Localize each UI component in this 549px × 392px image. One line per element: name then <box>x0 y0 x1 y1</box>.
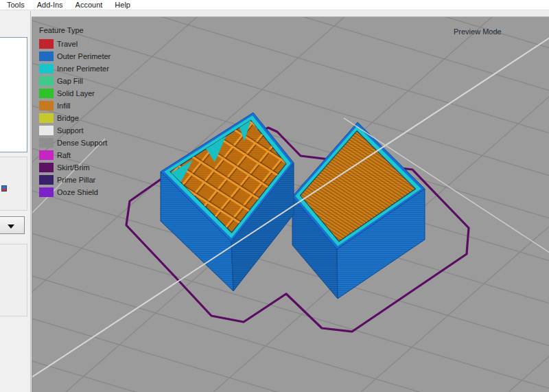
legend-item-prime-pillar: Prime Pillar <box>39 174 110 186</box>
legend-item-gap-fill: Gap Fill <box>39 75 110 87</box>
menu-item-help[interactable]: Help <box>115 0 130 10</box>
model-listbox[interactable] <box>0 37 27 152</box>
feature-type-legend: Feature Type TravelOuter PerimeterInner … <box>39 26 110 198</box>
legend-item-label: Raft <box>57 151 71 159</box>
legend-item-bridge: Bridge <box>39 112 110 124</box>
legend-item-dense-support: Dense Support <box>39 137 110 149</box>
legend-item-label: Ooze Shield <box>57 188 98 196</box>
legend-item-inner-perimeter: Inner Perimeter <box>39 62 110 75</box>
legend-item-label: Prime Pillar <box>57 176 95 184</box>
sidebar-panel <box>0 11 32 392</box>
gap-fill-swatch-icon <box>39 76 54 86</box>
legend-item-raft: Raft <box>39 149 110 161</box>
legend-item-ooze-shield: Ooze Shield <box>39 186 110 198</box>
legend-item-skirt-brim: Skirt/Brim <box>39 161 110 174</box>
inner-perimeter-swatch-icon <box>39 64 54 73</box>
menu-item-add-ins[interactable]: Add-Ins <box>37 0 63 10</box>
processes-groupbox <box>0 157 27 211</box>
outer-perimeter-swatch-icon <box>39 51 54 61</box>
legend-item-infill: Infill <box>39 100 110 112</box>
application-window: ToolsAdd-InsAccountHelp <box>0 0 549 392</box>
panel-divider <box>30 11 31 392</box>
legend-item-label: Outer Perimeter <box>57 52 110 60</box>
legend-item-label: Bridge <box>57 114 79 122</box>
support-swatch-icon <box>39 126 54 135</box>
skirt-brim-swatch-icon <box>39 163 54 172</box>
legend-item-label: Solid Layer <box>57 89 95 97</box>
legend-item-label: Support <box>57 126 84 135</box>
process-dropdown[interactable] <box>0 216 25 234</box>
legend-item-travel: Travel <box>39 38 110 50</box>
legend-item-label: Infill <box>57 102 71 110</box>
legend-items: TravelOuter PerimeterInner PerimeterGap … <box>39 38 110 198</box>
process-icon <box>1 185 7 192</box>
prime-pillar-swatch-icon <box>39 175 54 185</box>
bridge-swatch-icon <box>39 113 54 123</box>
menu-item-tools[interactable]: Tools <box>7 0 25 10</box>
legend-item-solid-layer: Solid Layer <box>39 87 110 100</box>
menu-item-account[interactable]: Account <box>75 0 103 10</box>
raft-swatch-icon <box>39 150 54 160</box>
legend-title: Feature Type <box>39 26 110 34</box>
preview-mode-label: Preview Mode <box>454 27 502 36</box>
viewport-3d[interactable]: Feature Type TravelOuter PerimeterInner … <box>32 17 549 392</box>
legend-item-support: Support <box>39 124 110 137</box>
dense-support-swatch-icon <box>39 138 54 148</box>
chevron-down-icon <box>8 224 14 229</box>
legend-item-outer-perimeter: Outer Perimeter <box>39 50 110 62</box>
infill-swatch-icon <box>39 101 54 111</box>
legend-item-label: Inner Perimeter <box>57 65 109 73</box>
lower-groupbox <box>0 244 27 316</box>
ooze-shield-swatch-icon <box>39 187 54 197</box>
legend-item-label: Travel <box>57 40 78 48</box>
legend-item-label: Skirt/Brim <box>57 163 90 172</box>
legend-item-label: Dense Support <box>57 139 107 147</box>
travel-swatch-icon <box>39 39 54 49</box>
toolbar-strip <box>32 11 549 17</box>
menu-bar: ToolsAdd-InsAccountHelp <box>0 0 549 10</box>
legend-item-label: Gap Fill <box>57 77 83 85</box>
solid-layer-swatch-icon <box>39 89 54 98</box>
